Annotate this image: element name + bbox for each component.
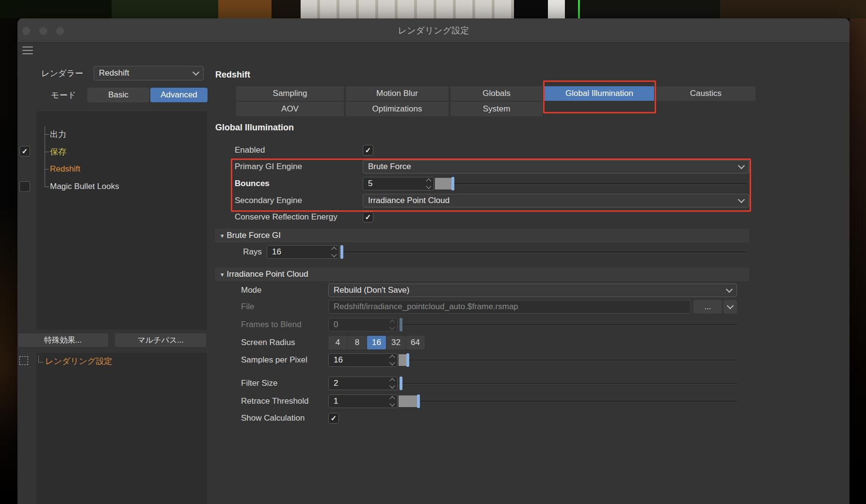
- global-illumination-heading: Global Illumination: [215, 121, 294, 134]
- irradiance-point-cloud-section-header[interactable]: ▾ Irradiance Point Cloud: [215, 268, 749, 281]
- ipc-mode-value: Rebuild (Don't Save): [334, 285, 409, 295]
- viewport-trees-green: [112, 0, 218, 18]
- viewport-background-right: [850, 18, 866, 504]
- retrace-threshold-stepper: [390, 397, 394, 406]
- rays-value: 16: [272, 247, 329, 257]
- filter-size-label: Filter Size: [241, 377, 278, 390]
- tab-globals[interactable]: Globals: [450, 86, 543, 101]
- conserve-reflection-energy-checkbox[interactable]: ✓: [363, 212, 373, 222]
- stepper-down-icon[interactable]: [389, 360, 395, 365]
- viewport-green-line: [578, 0, 580, 18]
- chevron-down-icon: [727, 302, 734, 309]
- mode-basic-button[interactable]: Basic: [87, 88, 149, 102]
- magic-bullet-looks-enable-checkbox[interactable]: [19, 181, 30, 192]
- viewport-autumn-tree: [218, 0, 272, 18]
- bounces-field[interactable]: 5: [363, 177, 434, 190]
- viewport-doorway: [514, 0, 548, 18]
- viewport-trees-dark: [0, 0, 112, 18]
- save-enable-checkbox[interactable]: ✓: [19, 146, 30, 157]
- stepper-down-icon[interactable]: [331, 252, 337, 257]
- tab-sampling[interactable]: Sampling: [236, 86, 344, 101]
- tab-motion-blur-label: Motion Blur: [376, 89, 418, 98]
- file-browse-label: ...: [705, 302, 711, 311]
- stepper-down-icon: [389, 324, 395, 330]
- screen-radius-group: 4 8 16 32 64: [328, 336, 425, 349]
- primary-gi-engine-dropdown[interactable]: Brute Force: [363, 160, 749, 173]
- tree-item-magic-bullet-looks[interactable]: Magic Bullet Looks: [36, 178, 207, 195]
- primary-gi-engine-label: Primary GI Engine: [235, 160, 302, 173]
- mode-basic-label: Basic: [108, 90, 128, 100]
- show-calculation-checkbox[interactable]: ✓: [328, 413, 339, 424]
- tab-aov[interactable]: AOV: [236, 102, 344, 116]
- tree-item-redshift[interactable]: Redshift: [36, 160, 207, 178]
- slider-handle[interactable]: [406, 353, 409, 367]
- tab-global-illumination-label: Global Illumination: [565, 89, 633, 98]
- stepper-down-icon[interactable]: [426, 183, 431, 189]
- viewport-background-left: [0, 18, 17, 504]
- redshift-heading: Redshift: [215, 68, 250, 81]
- mode-advanced-label: Advanced: [160, 90, 197, 100]
- retrace-threshold-label: Retrace Threshold: [241, 394, 309, 408]
- bounces-slider[interactable]: [435, 177, 747, 190]
- mode-advanced-button[interactable]: Advanced: [150, 88, 208, 102]
- disclosure-triangle-icon: ▾: [221, 271, 224, 278]
- tab-caustics[interactable]: Caustics: [656, 86, 755, 101]
- filter-size-slider[interactable]: [399, 377, 737, 390]
- secondary-engine-dropdown[interactable]: Irradiance Point Cloud: [363, 194, 749, 207]
- filter-size-stepper: [390, 379, 394, 388]
- tab-system[interactable]: System: [450, 102, 543, 116]
- conserve-reflection-energy-label: Conserve Reflection Energy: [235, 210, 337, 224]
- file-options-button[interactable]: [723, 300, 737, 314]
- rays-field[interactable]: 16: [267, 245, 339, 259]
- enabled-checkbox[interactable]: ✓: [363, 145, 373, 156]
- screen-radius-4-button[interactable]: 4: [328, 336, 347, 349]
- screen-radius-64-button[interactable]: 64: [406, 336, 425, 349]
- slider-handle[interactable]: [451, 177, 454, 190]
- slider-handle[interactable]: [417, 394, 420, 408]
- hamburger-menu-icon[interactable]: [22, 47, 34, 56]
- samples-per-pixel-slider[interactable]: [399, 353, 737, 367]
- render-settings-root-label: レンダリング設定: [45, 356, 112, 367]
- brute-force-gi-section-header[interactable]: ▾ Brute Force GI: [215, 229, 749, 242]
- viewport-shadow: [272, 0, 301, 18]
- tab-optimizations[interactable]: Optimizations: [346, 102, 449, 116]
- retrace-threshold-field[interactable]: 1: [328, 394, 398, 408]
- titlebar[interactable]: レンダリング設定: [17, 18, 850, 43]
- samples-per-pixel-field[interactable]: 16: [328, 353, 398, 367]
- render-settings-root-item[interactable]: レンダリング設定: [36, 353, 207, 369]
- irradiance-point-cloud-section-title: Irradiance Point Cloud: [227, 269, 308, 279]
- stepper-down-icon[interactable]: [389, 383, 395, 388]
- filter-size-field[interactable]: 2: [328, 377, 398, 390]
- screen-radius-32-button[interactable]: 32: [386, 336, 405, 349]
- special-effects-button[interactable]: 特殊効果...: [18, 333, 108, 347]
- tab-global-illumination[interactable]: Global Illumination: [545, 86, 654, 101]
- tree-item-redshift-label: Redshift: [50, 164, 80, 174]
- chevron-down-icon: [738, 196, 745, 203]
- multipass-button[interactable]: マルチパス...: [115, 333, 206, 347]
- enabled-label: Enabled: [235, 143, 265, 157]
- slider-handle[interactable]: [340, 245, 343, 259]
- frames-to-blend-slider: [399, 318, 737, 331]
- screen-radius-8-button[interactable]: 8: [348, 336, 367, 349]
- renderer-dropdown[interactable]: Redshift: [94, 66, 204, 80]
- rays-slider[interactable]: [339, 245, 747, 259]
- slider-fill: [435, 178, 451, 189]
- render-settings-window: レンダリング設定 レンダラー Redshift モード Basic Advanc…: [17, 18, 850, 504]
- secondary-engine-value: Irradiance Point Cloud: [368, 196, 449, 205]
- frames-to-blend-label: Frames to Blend: [241, 318, 302, 331]
- check-icon: ✓: [22, 147, 28, 156]
- tree-item-output[interactable]: 出力: [36, 126, 207, 143]
- tree-item-save[interactable]: 保存: [36, 143, 207, 160]
- slider-handle[interactable]: [400, 377, 402, 390]
- retrace-threshold-slider[interactable]: [399, 394, 737, 408]
- stepper-down-icon[interactable]: [389, 401, 395, 406]
- file-field[interactable]: Redshift/irradiance_pointcloud_auto.$fra…: [328, 300, 691, 314]
- ipc-mode-dropdown[interactable]: Rebuild (Don't Save): [328, 284, 737, 297]
- primary-gi-engine-value: Brute Force: [368, 162, 411, 172]
- file-browse-button[interactable]: ...: [693, 300, 722, 314]
- secondary-engine-label: Secondary Engine: [235, 194, 302, 207]
- frames-to-blend-value: 0: [334, 320, 387, 330]
- rays-stepper: [332, 248, 336, 256]
- screen-radius-16-button[interactable]: 16: [367, 336, 386, 349]
- tab-motion-blur[interactable]: Motion Blur: [346, 86, 449, 101]
